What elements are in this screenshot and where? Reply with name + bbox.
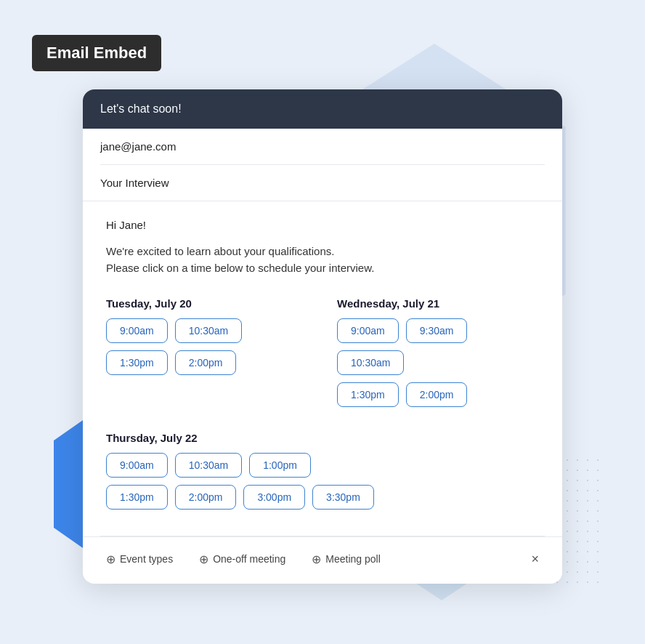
time-slot[interactable]: 2:00pm	[175, 350, 237, 375]
plus-icon-oneoff: ⊕	[199, 552, 208, 566]
email-body: Hi Jane! We're excited to learn about yo…	[83, 201, 562, 536]
message-line2: Please click on a time below to schedule…	[106, 262, 374, 274]
thursday-slots-row1: 9:00am 10:30am 1:00pm	[106, 453, 539, 478]
email-footer: ⊕ Event types ⊕ One-off meeting ⊕ Meetin…	[83, 536, 562, 581]
email-fields: jane@jane.com Your Interview	[83, 129, 562, 201]
email-header-bar: Let's chat soon!	[83, 89, 562, 129]
plus-icon-poll: ⊕	[312, 552, 321, 566]
thursday-slots-row2: 1:30pm 2:00pm 3:00pm 3:30pm	[106, 485, 539, 510]
day-thursday: Thursday, July 22 9:00am 10:30am 1:00pm …	[106, 432, 539, 510]
tuesday-label: Tuesday, July 20	[106, 297, 308, 310]
time-slot[interactable]: 2:00pm	[406, 382, 468, 407]
days-row-first: Tuesday, July 20 9:00am 10:30am 1:30pm 2…	[106, 297, 539, 414]
time-slot[interactable]: 1:30pm	[106, 485, 168, 510]
time-slot[interactable]: 9:30am	[406, 318, 468, 343]
time-slot[interactable]: 1:00pm	[249, 453, 311, 478]
email-embed-tooltip: Email Embed	[32, 35, 161, 71]
time-slot[interactable]: 3:00pm	[243, 485, 305, 510]
wednesday-slots-row2: 1:30pm 2:00pm	[337, 382, 539, 407]
wednesday-slots-row1: 9:00am 9:30am 10:30am	[337, 318, 539, 375]
time-slot[interactable]: 9:00am	[337, 318, 399, 343]
email-to-field: jane@jane.com	[100, 129, 545, 165]
message-line1: We're excited to learn about your qualif…	[106, 245, 334, 257]
thursday-label: Thursday, July 22	[106, 432, 539, 444]
time-slot[interactable]: 9:00am	[106, 453, 168, 478]
email-subject-field: Your Interview	[100, 165, 545, 201]
one-off-meeting-button[interactable]: ⊕ One-off meeting	[193, 550, 291, 569]
time-slot[interactable]: 9:00am	[106, 318, 168, 343]
wednesday-label: Wednesday, July 21	[337, 297, 539, 310]
tuesday-slots-row1: 9:00am 10:30am	[106, 318, 308, 343]
meeting-poll-label: Meeting poll	[325, 553, 381, 565]
time-slot[interactable]: 2:00pm	[175, 485, 237, 510]
day-wednesday: Wednesday, July 21 9:00am 9:30am 10:30am…	[337, 297, 539, 414]
time-slot[interactable]: 3:30pm	[312, 485, 374, 510]
email-to-value: jane@jane.com	[100, 140, 176, 153]
time-slot[interactable]: 1:30pm	[337, 382, 399, 407]
email-subject-value: Your Interview	[100, 177, 169, 189]
time-slot[interactable]: 10:30am	[175, 318, 242, 343]
event-types-label: Event types	[120, 553, 173, 565]
day-tuesday: Tuesday, July 20 9:00am 10:30am 1:30pm 2…	[106, 297, 308, 414]
email-greeting: Hi Jane!	[106, 219, 539, 231]
time-slot[interactable]: 10:30am	[337, 350, 404, 375]
one-off-label: One-off meeting	[213, 553, 285, 565]
plus-icon-event: ⊕	[106, 552, 115, 566]
email-card: Let's chat soon! jane@jane.com Your Inte…	[83, 89, 562, 584]
close-button[interactable]: ×	[525, 549, 545, 570]
email-message: We're excited to learn about your qualif…	[106, 243, 539, 277]
event-types-button[interactable]: ⊕ Event types	[100, 550, 179, 569]
time-slot[interactable]: 1:30pm	[106, 350, 168, 375]
meeting-poll-button[interactable]: ⊕ Meeting poll	[306, 550, 386, 569]
tuesday-slots-row2: 1:30pm 2:00pm	[106, 350, 308, 375]
time-slot[interactable]: 10:30am	[175, 453, 242, 478]
header-bar-text: Let's chat soon!	[100, 102, 182, 115]
